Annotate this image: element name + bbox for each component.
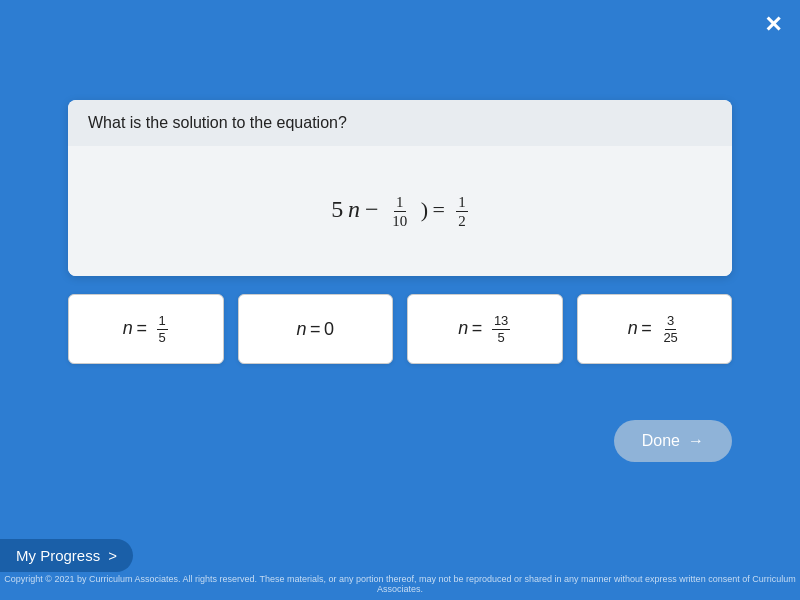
answer-button-2[interactable]: n = 0 [238,294,394,364]
done-arrow-icon: → [688,432,704,450]
my-progress-arrow-icon: > [108,547,117,564]
equation-display: 5 n − 1 10 ) = 1 2 5(n − 1/10) = 1/2 [331,193,468,230]
answer-label-3: n = 13 5 [458,318,511,338]
done-button[interactable]: Done → [614,420,732,462]
my-progress-label: My Progress [16,547,100,564]
question-header: What is the solution to the equation? [68,100,732,146]
answer-button-1[interactable]: n = 1 5 [68,294,224,364]
answer-button-4[interactable]: n = 3 25 [577,294,733,364]
answer-label-2: n = 0 [296,319,334,339]
answer-label-4: n = 3 25 [628,318,681,338]
answers-row: n = 1 5 n = 0 n = 13 5 [68,294,732,364]
question-card: What is the solution to the equation? 5 … [68,100,732,276]
answer-button-3[interactable]: n = 13 5 [407,294,563,364]
main-content: What is the solution to the equation? 5 … [68,100,732,364]
my-progress-bar[interactable]: My Progress > [0,539,133,572]
done-label: Done [642,432,680,450]
equation-area: 5 n − 1 10 ) = 1 2 5(n − 1/10) = 1/2 [68,146,732,276]
answer-label-1: n = 1 5 [123,318,169,338]
copyright-text: Copyright © 2021 by Curriculum Associate… [0,574,800,594]
close-button[interactable]: ✕ [764,14,782,36]
